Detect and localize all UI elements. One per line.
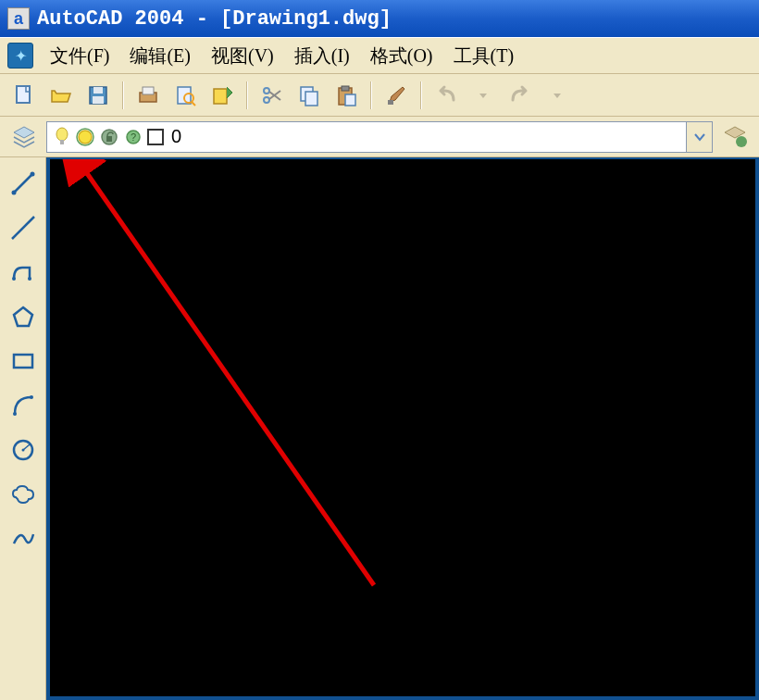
chevron-down-icon <box>692 130 707 144</box>
menu-edit[interactable]: 编辑(E) <box>120 40 200 72</box>
circle-icon <box>9 436 37 464</box>
new-file-button[interactable] <box>7 79 41 112</box>
undo-button[interactable] <box>429 79 463 112</box>
svg-point-22 <box>79 131 92 144</box>
layer-color-swatch <box>147 129 164 145</box>
arc-tool[interactable] <box>5 387 42 424</box>
print-button[interactable] <box>131 79 165 112</box>
redo-icon <box>507 83 533 107</box>
svg-point-41 <box>21 449 24 452</box>
layer-dropdown-arrow[interactable] <box>686 122 712 152</box>
redo-dropdown[interactable] <box>541 79 574 112</box>
paste-button[interactable] <box>330 79 363 112</box>
layer-name-label: 0 <box>171 126 181 147</box>
title-bar: a AutoCAD 2004 - [Drawing1.dwg] <box>0 0 759 37</box>
toolbar-separator <box>420 81 422 109</box>
svg-point-11 <box>264 88 269 94</box>
cut-button[interactable] <box>255 79 289 112</box>
svg-rect-5 <box>143 87 154 94</box>
svg-marker-35 <box>14 307 32 326</box>
svg-point-38 <box>30 395 33 399</box>
svg-point-30 <box>11 191 16 195</box>
svg-point-10 <box>264 97 269 103</box>
svg-rect-17 <box>342 86 349 91</box>
polyline-icon <box>9 258 37 286</box>
svg-rect-3 <box>93 96 104 104</box>
svg-line-8 <box>192 102 195 106</box>
svg-line-32 <box>12 217 34 239</box>
new-file-icon <box>12 83 36 107</box>
publish-icon <box>210 83 234 107</box>
drawing-canvas[interactable] <box>46 157 759 700</box>
svg-point-37 <box>13 412 17 416</box>
copy-button[interactable] <box>292 79 326 112</box>
svg-point-20 <box>56 128 68 141</box>
app-menu-icon[interactable] <box>7 43 33 69</box>
layer-previous-button[interactable] <box>718 120 752 154</box>
svg-point-28 <box>736 136 747 147</box>
circle-tool[interactable] <box>5 431 42 469</box>
polygon-tool[interactable] <box>5 298 42 335</box>
annotation-arrow <box>50 159 759 700</box>
layer-toolbar: ? 0 <box>0 117 759 157</box>
menu-tools[interactable]: 工具(T) <box>444 40 524 72</box>
layer-manager-button[interactable] <box>7 120 41 154</box>
menu-bar: 文件(F) 编辑(E) 视图(V) 插入(I) 格式(O) 工具(T) <box>0 37 759 74</box>
menu-view[interactable]: 视图(V) <box>202 40 283 72</box>
svg-rect-2 <box>93 87 103 94</box>
polyline-tool[interactable] <box>5 254 42 291</box>
spline-tool[interactable] <box>5 520 42 557</box>
xline-icon <box>9 214 37 242</box>
svg-point-33 <box>12 277 16 281</box>
dropdown-arrow-icon <box>552 90 563 101</box>
menu-format[interactable]: 格式(O) <box>361 40 442 72</box>
layer-dropdown[interactable]: ? 0 <box>46 121 713 153</box>
menu-insert[interactable]: 插入(I) <box>285 40 359 72</box>
svg-rect-21 <box>60 140 64 144</box>
svg-line-43 <box>82 167 374 585</box>
svg-rect-18 <box>345 94 355 106</box>
svg-rect-25 <box>106 136 112 142</box>
svg-rect-36 <box>14 355 32 368</box>
redo-button[interactable] <box>504 79 537 112</box>
toolbar-separator <box>246 81 248 109</box>
polygon-icon <box>9 303 37 331</box>
svg-text:?: ? <box>131 131 136 143</box>
publish-button[interactable] <box>205 79 239 112</box>
toolbar-separator <box>370 81 372 109</box>
rectangle-tool[interactable] <box>5 343 42 380</box>
menu-file[interactable]: 文件(F) <box>41 40 118 72</box>
svg-rect-0 <box>17 86 30 103</box>
save-button[interactable] <box>81 79 115 112</box>
undo-icon <box>433 83 459 107</box>
save-icon <box>86 83 110 107</box>
standard-toolbar <box>0 74 759 117</box>
paste-icon <box>334 83 358 107</box>
line-tool[interactable] <box>5 165 42 202</box>
print-icon <box>136 83 160 107</box>
workspace <box>0 157 759 700</box>
revision-cloud-tool[interactable] <box>5 476 42 513</box>
undo-dropdown[interactable] <box>467 79 500 112</box>
svg-point-34 <box>28 277 31 281</box>
layers-previous-icon <box>721 123 749 151</box>
scissors-icon <box>260 83 284 107</box>
sun-icon <box>75 127 95 147</box>
app-title: AutoCAD 2004 - [Drawing1.dwg] <box>37 7 392 31</box>
open-file-icon <box>49 83 73 107</box>
draw-toolbar <box>0 157 46 700</box>
print-preview-icon <box>173 83 197 107</box>
arc-icon <box>9 392 37 419</box>
spline-icon <box>9 525 37 553</box>
svg-rect-15 <box>305 92 317 106</box>
print-preview-button[interactable] <box>168 79 202 112</box>
svg-point-31 <box>30 172 34 177</box>
lightbulb-icon <box>53 126 71 148</box>
plot-icon: ? <box>123 127 143 147</box>
open-file-button[interactable] <box>44 79 78 112</box>
lock-icon <box>99 127 119 147</box>
svg-line-29 <box>14 174 32 193</box>
construction-line-tool[interactable] <box>5 209 42 246</box>
app-icon: a <box>7 7 30 30</box>
match-properties-button[interactable] <box>380 79 413 112</box>
